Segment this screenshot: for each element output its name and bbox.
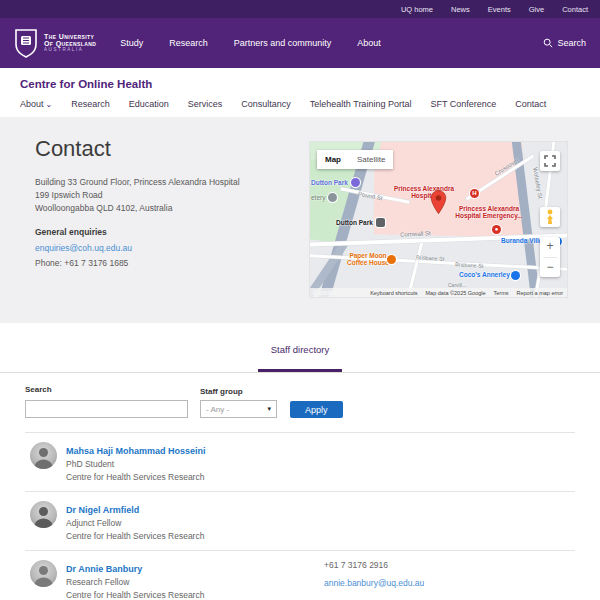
- subnav-contact[interactable]: Contact: [515, 99, 546, 109]
- tab-bar: Staff directory: [0, 323, 600, 373]
- map-label-dutton-park-rail: Dutton Park: [336, 219, 373, 226]
- fullscreen-button[interactable]: [540, 151, 560, 171]
- map-type-satellite-button[interactable]: Satellite: [349, 150, 393, 169]
- subnav-sft-conference[interactable]: SFT Conference: [430, 99, 496, 109]
- map-label-paper-moon: Paper Moon Coffee House: [343, 252, 393, 266]
- contact-section: Contact Building 33 Ground Floor, Prince…: [0, 117, 600, 323]
- menu-research[interactable]: Research: [169, 38, 208, 48]
- staff-department: Centre for Health Services Research: [66, 589, 324, 600]
- search-icon: [543, 38, 553, 48]
- topbar-link-give[interactable]: Give: [529, 5, 544, 14]
- site-title[interactable]: Centre for Online Health: [20, 78, 580, 90]
- select-caret-icon: ▾: [267, 405, 271, 413]
- phone-number: Phone: +61 7 3176 1685: [35, 258, 310, 268]
- cafe-icon[interactable]: [387, 255, 396, 264]
- map-label-emergency: Princess Alexandra Hospital Emergency...: [448, 205, 530, 219]
- topbar-link-news[interactable]: News: [451, 5, 470, 14]
- zoom-out-button[interactable]: −: [540, 258, 560, 278]
- staff-title: Adjunct Fellow: [66, 517, 324, 530]
- staff-title: Research Fellow: [66, 576, 324, 589]
- staff-name-link[interactable]: Dr Annie Banbury: [66, 564, 142, 574]
- chevron-down-icon: ⌄: [46, 100, 53, 109]
- map-pin-icon[interactable]: [430, 190, 447, 215]
- map-label-cemetery: etery: [311, 194, 325, 201]
- site-subnav: About⌄ Research Education Services Consu…: [20, 99, 580, 109]
- subnav-about[interactable]: About⌄: [20, 99, 52, 109]
- logo-line1: The University: [44, 33, 96, 40]
- staff-name-link[interactable]: Mahsa Haji Mohammad Hosseini: [66, 446, 206, 456]
- staff-row: Dr Nigel Armfield Adjunct Fellow Centre …: [25, 491, 575, 550]
- uq-crest-icon: [14, 28, 38, 58]
- subnav-telehealth-portal[interactable]: Telehealth Training Portal: [310, 99, 412, 109]
- topbar-link-uq-home[interactable]: UQ home: [401, 5, 433, 14]
- map-label-buranda: Buranda Villa: [501, 237, 542, 244]
- staff-department: Centre for Health Services Research: [66, 530, 324, 543]
- emergency-icon[interactable]: ●: [492, 225, 501, 234]
- zoom-in-button[interactable]: +: [540, 237, 560, 257]
- map-data-attribution: Map data ©2025 Google: [426, 290, 486, 296]
- busway-station-icon[interactable]: [351, 178, 360, 187]
- rail-station-icon[interactable]: [376, 218, 385, 227]
- subnav-consultancy[interactable]: Consultancy: [241, 99, 291, 109]
- topbar-link-contact[interactable]: Contact: [562, 5, 588, 14]
- staff-filter-form: Search Staff group - Any - ▾ Apply: [0, 373, 600, 432]
- general-enquiries-label: General enquiries: [35, 227, 310, 237]
- subnav-research[interactable]: Research: [71, 99, 110, 109]
- uq-logo[interactable]: The University Of Queensland AUSTRALIA: [14, 28, 96, 58]
- google-map[interactable]: Princess Alexandra Hospital H Princess A…: [310, 142, 567, 297]
- map-label-brisbane-st-2: Brisbane St: [455, 261, 484, 269]
- topbar-link-events[interactable]: Events: [488, 5, 511, 14]
- map-label-cocos: Coco's Annerley: [459, 271, 510, 278]
- menu-partners[interactable]: Partners and community: [234, 38, 332, 48]
- page-title: Contact: [35, 136, 310, 162]
- search-field-label: Search: [25, 385, 188, 394]
- cemetery-icon[interactable]: [328, 193, 337, 202]
- map-type-map-button[interactable]: Map: [317, 150, 349, 169]
- subnav-education[interactable]: Education: [129, 99, 169, 109]
- apply-button[interactable]: Apply: [290, 401, 343, 418]
- staff-row: Dr Annie Banbury Research Fellow Centre …: [25, 550, 575, 600]
- logo-line3: AUSTRALIA: [44, 48, 96, 53]
- main-navbar: The University Of Queensland AUSTRALIA S…: [0, 18, 600, 68]
- map-label-wolseley-st: Wolseley St: [532, 167, 543, 199]
- fullscreen-icon: [540, 151, 560, 171]
- staff-title: PhD Student: [66, 458, 324, 471]
- address-line: Building 33 Ground Floor, Princess Alexa…: [35, 176, 310, 189]
- report-map-error-link[interactable]: Report a map error: [517, 290, 563, 296]
- tab-staff-directory[interactable]: Staff directory: [258, 344, 342, 372]
- enquiries-email-link[interactable]: enquiries@coh.uq.edu.au: [35, 243, 132, 253]
- hospital-icon[interactable]: H: [470, 189, 479, 198]
- search-label: Search: [557, 38, 586, 48]
- staff-row: Mahsa Haji Mohammad Hosseini PhD Student…: [25, 432, 575, 491]
- site-header: Centre for Online Health About⌄ Research…: [0, 68, 600, 117]
- keyboard-shortcuts-link[interactable]: Keyboard shortcuts: [370, 290, 417, 296]
- staff-group-value: - Any -: [206, 405, 229, 414]
- shopping-icon[interactable]: [511, 271, 520, 280]
- pegman-button[interactable]: [540, 207, 560, 227]
- menu-about[interactable]: About: [357, 38, 381, 48]
- subnav-services[interactable]: Services: [188, 99, 223, 109]
- address-line: Woolloongabba QLD 4102, Australia: [35, 202, 310, 215]
- staff-search-input[interactable]: [25, 400, 188, 418]
- avatar: [30, 442, 57, 469]
- staff-group-select[interactable]: - Any - ▾: [200, 400, 277, 418]
- staff-group-label: Staff group: [200, 387, 277, 396]
- main-menu: Study Research Partners and community Ab…: [120, 38, 381, 48]
- map-label-cornwall-st: Cornwall St: [400, 230, 431, 238]
- staff-department: Centre for Health Services Research: [66, 471, 324, 484]
- search-button[interactable]: Search: [543, 38, 586, 48]
- staff-email-link[interactable]: annie.banbury@uq.edu.au: [324, 578, 424, 588]
- staff-directory-list: Mahsa Haji Mohammad Hosseini PhD Student…: [0, 432, 600, 600]
- pegman-icon: [540, 207, 560, 227]
- logo-line2: Of Queensland: [44, 40, 96, 47]
- staff-phone: +61 7 3176 2916: [324, 559, 424, 572]
- map-label-hospital: Princess Alexandra Hospital: [388, 185, 460, 199]
- address-line: 199 Ipswich Road: [35, 189, 310, 202]
- staff-name-link[interactable]: Dr Nigel Armfield: [66, 505, 139, 515]
- avatar: [30, 501, 57, 528]
- terms-link[interactable]: Terms: [494, 290, 509, 296]
- map-label-dutton-park-busway: Dutton Park: [311, 179, 348, 186]
- menu-study[interactable]: Study: [120, 38, 143, 48]
- avatar: [30, 560, 57, 587]
- utility-bar: UQ home News Events Give Contact: [0, 0, 600, 18]
